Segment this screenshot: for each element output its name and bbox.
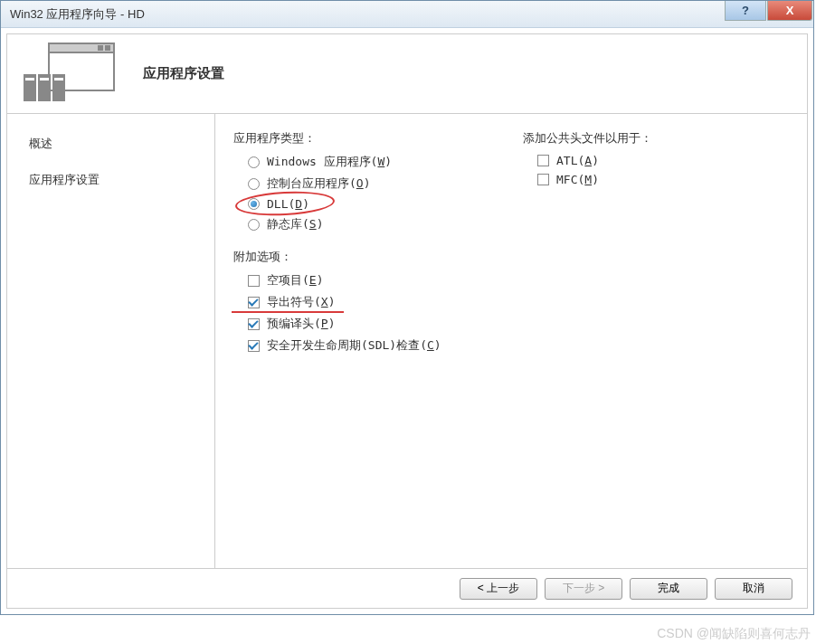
radio-static-lib[interactable]: 静态库(S) xyxy=(248,216,523,232)
titlebar-buttons: ? X xyxy=(725,1,813,21)
checkbox-icon xyxy=(248,297,260,308)
checkbox-mfc[interactable]: MFC(M) xyxy=(537,173,789,186)
sidebar: 概述 应用程序设置 xyxy=(7,114,215,568)
finish-button[interactable]: 完成 xyxy=(630,578,707,600)
annotation-underline xyxy=(232,311,344,313)
option-label: ATL(A) xyxy=(556,154,599,167)
radio-windows-app[interactable]: Windows 应用程序(W) xyxy=(248,154,523,170)
right-column: 添加公共头文件以用于： ATL(A) MFC(M) xyxy=(523,130,789,552)
option-label: 安全开发生命周期(SDL)检查(C) xyxy=(267,337,441,354)
checkbox-export-symbols[interactable]: 导出符号(X) xyxy=(248,294,523,310)
extra-options-title: 附加选项： xyxy=(233,249,523,265)
checkbox-precompiled-header[interactable]: 预编译头(P) xyxy=(248,316,523,332)
dialog-body: 应用程序设置 概述 应用程序设置 应用程序类型： Windows 应用程序(W) xyxy=(6,33,808,609)
window-title: Win32 应用程序向导 - HD xyxy=(10,6,145,23)
radio-console-app[interactable]: 控制台应用程序(O) xyxy=(248,175,523,192)
option-label: 导出符号(X) xyxy=(267,294,335,310)
content: 应用程序类型： Windows 应用程序(W) 控制台应用程序(O) xyxy=(215,114,807,568)
checkbox-icon xyxy=(537,155,549,166)
checkbox-sdl-check[interactable]: 安全开发生命周期(SDL)检查(C) xyxy=(248,337,523,354)
sidebar-item-settings[interactable]: 应用程序设置 xyxy=(29,172,204,188)
header: 应用程序设置 xyxy=(7,34,807,114)
svg-rect-3 xyxy=(105,45,110,51)
app-type-title: 应用程序类型： xyxy=(233,130,523,147)
header-icon xyxy=(18,40,127,108)
svg-rect-9 xyxy=(54,78,63,80)
option-label: DLL(D) xyxy=(267,197,309,211)
cancel-button[interactable]: 取消 xyxy=(715,578,792,600)
close-button[interactable]: X xyxy=(767,1,812,21)
body: 概述 应用程序设置 应用程序类型： Windows 应用程序(W) xyxy=(7,114,807,568)
svg-rect-2 xyxy=(98,45,103,51)
radio-icon xyxy=(248,219,260,231)
option-label: MFC(M) xyxy=(556,173,599,186)
next-button[interactable]: 下一步 > xyxy=(545,578,622,600)
option-label: Windows 应用程序(W) xyxy=(267,154,392,170)
checkbox-atl[interactable]: ATL(A) xyxy=(537,154,789,167)
wizard-window: Win32 应用程序向导 - HD ? X xyxy=(0,0,814,615)
footer: < 上一步 下一步 > 完成 取消 xyxy=(7,568,807,608)
option-label: 静态库(S) xyxy=(267,216,323,232)
radio-icon xyxy=(248,198,260,210)
radio-dll[interactable]: DLL(D) xyxy=(248,197,523,211)
option-label: 预编译头(P) xyxy=(267,316,335,332)
headers-title: 添加公共头文件以用于： xyxy=(523,130,789,147)
option-label: 控制台应用程序(O) xyxy=(267,175,370,192)
sidebar-item-overview[interactable]: 概述 xyxy=(29,136,204,152)
watermark: CSDN @闻缺陷则喜何志丹 xyxy=(657,626,811,642)
checkbox-icon xyxy=(248,275,260,287)
svg-rect-1 xyxy=(49,43,114,52)
checkbox-icon xyxy=(248,318,260,330)
left-column: 应用程序类型： Windows 应用程序(W) 控制台应用程序(O) xyxy=(233,130,523,552)
titlebar: Win32 应用程序向导 - HD ? X xyxy=(1,1,813,28)
radio-icon xyxy=(248,178,260,190)
page-title: 应用程序设置 xyxy=(143,65,224,82)
help-button[interactable]: ? xyxy=(725,1,766,21)
checkbox-empty-project[interactable]: 空项目(E) xyxy=(248,272,523,289)
radio-icon xyxy=(248,156,260,168)
checkbox-icon xyxy=(537,174,549,185)
svg-rect-8 xyxy=(40,78,49,80)
prev-button[interactable]: < 上一步 xyxy=(460,578,537,600)
checkbox-icon xyxy=(248,340,260,352)
svg-rect-7 xyxy=(25,78,34,80)
option-label: 空项目(E) xyxy=(267,272,323,289)
